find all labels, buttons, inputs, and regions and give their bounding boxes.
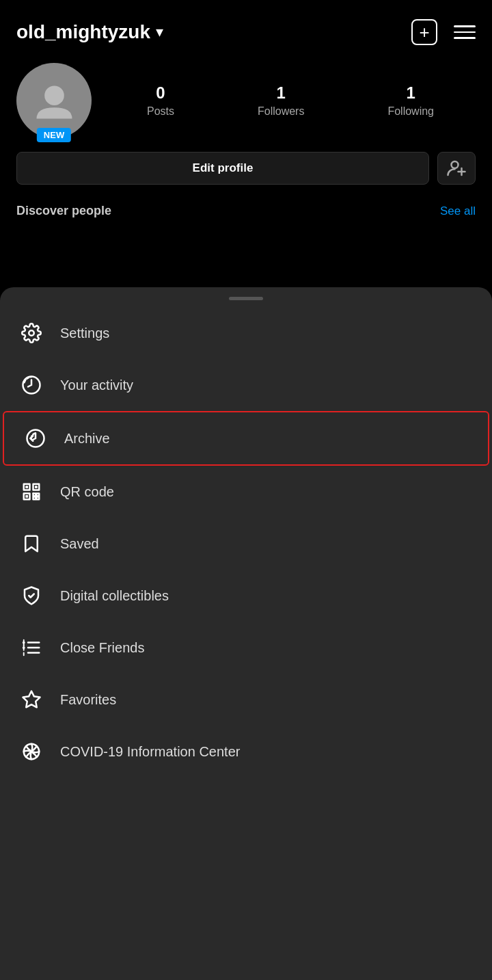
avatar[interactable] <box>16 63 92 138</box>
see-all-link[interactable]: See all <box>440 204 476 218</box>
menu-item-your-activity[interactable]: Your activity <box>0 359 492 411</box>
settings-label: Settings <box>60 326 109 341</box>
svg-rect-17 <box>37 497 40 500</box>
collectibles-icon <box>19 583 44 608</box>
discover-people-row: Discover people See all <box>0 198 492 229</box>
menu-item-covid[interactable]: COVID-19 Information Center <box>0 726 492 778</box>
username-label[interactable]: old_mightyzuk <box>16 21 150 43</box>
svg-point-1 <box>452 161 459 168</box>
followers-stat[interactable]: 1 Followers <box>258 83 304 118</box>
avatar-wrapper: NEW <box>16 63 92 138</box>
menu-item-qr-code[interactable]: QR code <box>0 466 492 518</box>
chevron-down-icon[interactable]: ▾ <box>156 23 163 41</box>
discover-people-label: Discover people <box>16 204 111 218</box>
header-right <box>411 19 476 45</box>
settings-icon <box>19 321 44 345</box>
edit-profile-button[interactable]: Edit profile <box>16 152 429 185</box>
svg-line-8 <box>31 438 33 441</box>
svg-rect-12 <box>25 486 28 488</box>
archive-icon <box>23 426 48 451</box>
app-header: old_mightyzuk ▾ <box>0 0 492 56</box>
actions-row: Edit profile <box>0 152 492 198</box>
menu-item-settings[interactable]: Settings <box>0 307 492 359</box>
svg-rect-13 <box>35 486 38 488</box>
svg-rect-14 <box>25 495 28 498</box>
svg-rect-18 <box>33 497 36 500</box>
menu-item-archive[interactable]: Archive <box>3 411 489 466</box>
posts-label: Posts <box>147 105 174 118</box>
close-friends-label: Close Friends <box>60 640 144 656</box>
archive-label: Archive <box>64 431 110 447</box>
qr-code-label: QR code <box>60 484 114 500</box>
activity-icon <box>19 373 44 397</box>
avatar-placeholder-icon <box>32 79 77 123</box>
drag-handle[interactable] <box>229 297 263 300</box>
hamburger-icon[interactable] <box>454 25 476 39</box>
stats-row: 0 Posts 1 Followers 1 Following <box>105 83 476 118</box>
favorites-icon <box>19 687 44 712</box>
following-count: 1 <box>407 83 415 103</box>
followers-count: 1 <box>277 83 286 103</box>
saved-icon <box>19 531 44 556</box>
svg-point-0 <box>44 85 64 105</box>
svg-rect-19 <box>37 494 40 496</box>
add-person-icon <box>446 158 467 178</box>
menu-item-digital-collectibles[interactable]: Digital collectibles <box>0 570 492 622</box>
collectibles-label: Digital collectibles <box>60 588 169 604</box>
posts-count: 0 <box>156 83 165 103</box>
new-badge: NEW <box>37 128 71 142</box>
favorites-label: Favorites <box>60 692 116 708</box>
close-friends-icon <box>19 635 44 660</box>
posts-stat[interactable]: 0 Posts <box>147 83 174 118</box>
qr-code-icon <box>19 479 44 504</box>
saved-label: Saved <box>60 536 99 552</box>
covid-label: COVID-19 Information Center <box>60 744 240 760</box>
new-post-icon[interactable] <box>411 19 437 45</box>
following-stat[interactable]: 1 Following <box>387 83 434 118</box>
svg-rect-16 <box>33 494 36 496</box>
svg-marker-25 <box>23 691 40 708</box>
followers-label: Followers <box>258 105 304 118</box>
header-left: old_mightyzuk ▾ <box>16 21 163 43</box>
menu-item-saved[interactable]: Saved <box>0 518 492 570</box>
svg-point-4 <box>29 330 34 336</box>
add-person-button[interactable] <box>437 152 476 185</box>
menu-item-favorites[interactable]: Favorites <box>0 674 492 726</box>
menu-item-close-friends[interactable]: Close Friends <box>0 622 492 674</box>
covid-icon <box>19 739 44 764</box>
activity-label: Your activity <box>60 378 133 393</box>
profile-section: NEW 0 Posts 1 Followers 1 Following <box>0 56 492 152</box>
following-label: Following <box>387 105 434 118</box>
bottom-sheet: Settings Your activity Archive <box>0 287 492 980</box>
